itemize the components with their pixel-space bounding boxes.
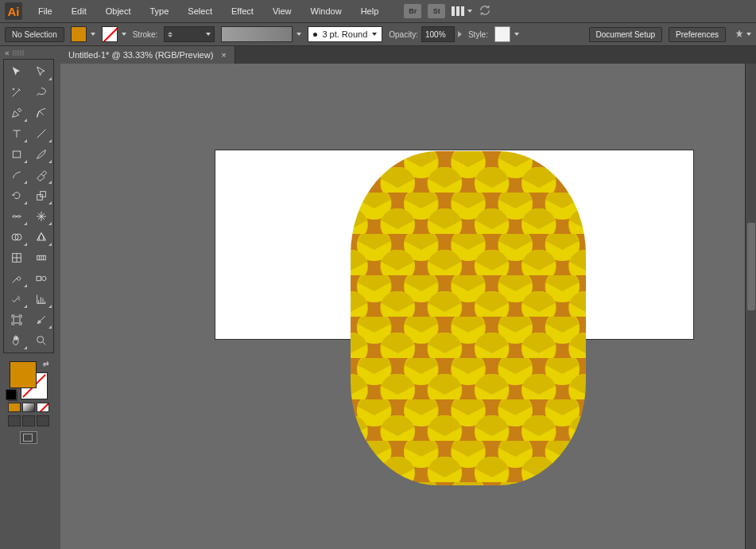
bridge-button[interactable]: Br	[404, 4, 421, 18]
eyedropper-tool[interactable]	[5, 269, 28, 288]
svg-point-8	[41, 276, 45, 280]
mesh-tool[interactable]	[5, 248, 28, 267]
fill-swatch-large[interactable]	[10, 361, 37, 388]
rotate-tool[interactable]	[5, 186, 28, 205]
menu-edit[interactable]: Edit	[62, 3, 96, 19]
drawing-mode-row	[3, 415, 54, 426]
artwork-pineapple-shape[interactable]	[351, 151, 586, 485]
selection-tool[interactable]	[5, 62, 28, 81]
toolbox-collapse-grip[interactable]: «	[0, 46, 60, 59]
menubar-right-cluster: Br St	[404, 4, 491, 18]
symbol-sprayer-tool[interactable]	[5, 290, 28, 309]
canvas[interactable]	[60, 64, 756, 549]
artboard-tool[interactable]	[5, 310, 28, 329]
stroke-swatch-icon	[102, 26, 118, 42]
preferences-button[interactable]: Preferences	[669, 27, 726, 42]
menu-select[interactable]: Select	[178, 3, 222, 19]
chevron-down-icon	[746, 33, 751, 36]
style-label: Style:	[468, 30, 488, 39]
lasso-tool[interactable]	[29, 83, 52, 102]
fill-stroke-swatches[interactable]: ⇄	[10, 361, 48, 399]
magic-wand-tool[interactable]	[5, 83, 28, 102]
round-brush-icon	[313, 33, 317, 37]
control-bar: No Selection Stroke: 3 pt. Round Opacity…	[0, 22, 756, 46]
color-mode-gradient[interactable]	[22, 403, 35, 412]
menu-view[interactable]: View	[263, 3, 301, 19]
draw-normal[interactable]	[8, 415, 21, 426]
swap-fill-stroke-icon[interactable]: ⇄	[43, 360, 49, 368]
document-setup-button[interactable]: Document Setup	[589, 27, 663, 42]
stroke-color-picker[interactable]	[102, 26, 126, 42]
type-tool[interactable]	[5, 124, 28, 143]
svg-rect-9	[14, 317, 20, 323]
zoom-tool[interactable]	[29, 331, 52, 350]
svg-rect-2	[40, 192, 45, 197]
double-chevron-icon: «	[5, 49, 8, 57]
chevron-down-icon	[122, 33, 126, 36]
chevron-down-icon	[467, 10, 472, 13]
arrange-icon	[452, 6, 464, 16]
chevron-down-icon	[206, 33, 211, 36]
svg-rect-0	[13, 151, 20, 158]
color-mode-row	[3, 403, 54, 412]
paintbrush-tool[interactable]	[29, 145, 52, 164]
stroke-label: Stroke:	[133, 30, 158, 39]
stock-button[interactable]: St	[428, 4, 445, 18]
gpu-preview-icon[interactable]	[479, 4, 491, 18]
opacity-input[interactable]	[421, 26, 455, 42]
shape-builder-tool[interactable]	[5, 228, 28, 247]
rectangle-tool[interactable]	[5, 145, 28, 164]
menu-window[interactable]: Window	[301, 3, 351, 19]
screen-mode-button[interactable]	[20, 431, 37, 444]
style-swatch-icon	[494, 26, 510, 42]
scrollbar-thumb[interactable]	[747, 223, 755, 310]
gradient-tool[interactable]	[29, 248, 52, 267]
app-logo: Ai	[5, 2, 22, 20]
perspective-grid-tool[interactable]	[29, 228, 52, 247]
chevron-down-icon	[514, 33, 519, 36]
width-tool[interactable]	[5, 207, 28, 226]
graphic-style-picker[interactable]	[494, 26, 519, 42]
document-tab[interactable]: Untitled-1* @ 33.33% (RGB/Preview) ×	[60, 46, 235, 64]
direct-selection-tool[interactable]	[29, 62, 52, 81]
curvature-tool[interactable]	[29, 103, 52, 123]
column-graph-tool[interactable]	[29, 290, 52, 309]
default-fill-stroke-icon[interactable]	[8, 391, 17, 401]
svg-rect-12	[351, 151, 586, 485]
svg-rect-7	[37, 276, 41, 280]
menu-file[interactable]: File	[29, 3, 62, 19]
line-tool[interactable]	[29, 124, 52, 143]
vertical-scrollbar[interactable]	[745, 64, 756, 549]
menu-help[interactable]: Help	[351, 3, 389, 19]
free-transform-tool[interactable]	[29, 207, 52, 226]
color-controls: ⇄	[3, 361, 54, 444]
spinner-icon	[168, 32, 173, 37]
shaper-tool[interactable]	[5, 165, 28, 185]
menu-effect[interactable]: Effect	[222, 3, 263, 19]
selection-indicator[interactable]: No Selection	[5, 27, 64, 42]
draw-behind[interactable]	[22, 415, 35, 426]
left-panel: «	[0, 46, 60, 549]
close-icon[interactable]: ×	[221, 50, 226, 60]
stroke-weight-input[interactable]	[164, 26, 215, 42]
chevron-down-icon	[297, 33, 301, 36]
control-bar-flyout[interactable]	[734, 29, 751, 40]
color-mode-none[interactable]	[37, 403, 49, 412]
menu-object[interactable]: Object	[96, 3, 141, 19]
menu-type[interactable]: Type	[141, 3, 179, 19]
color-mode-solid[interactable]	[8, 403, 21, 412]
fill-color-picker[interactable]	[71, 26, 95, 42]
chevron-right-icon[interactable]	[458, 31, 462, 37]
scale-tool[interactable]	[29, 186, 52, 205]
arrange-documents-button[interactable]	[452, 6, 472, 16]
variable-width-profile[interactable]	[221, 26, 301, 42]
blend-tool[interactable]	[29, 269, 52, 288]
hand-tool[interactable]	[5, 331, 28, 350]
eraser-tool[interactable]	[29, 165, 52, 185]
pin-icon	[734, 29, 745, 40]
slice-tool[interactable]	[29, 310, 52, 329]
pen-tool[interactable]	[5, 103, 28, 123]
draw-inside[interactable]	[37, 415, 49, 426]
document-tab-strip: Untitled-1* @ 33.33% (RGB/Preview) ×	[60, 46, 756, 64]
brush-definition-select[interactable]: 3 pt. Round	[308, 26, 382, 42]
